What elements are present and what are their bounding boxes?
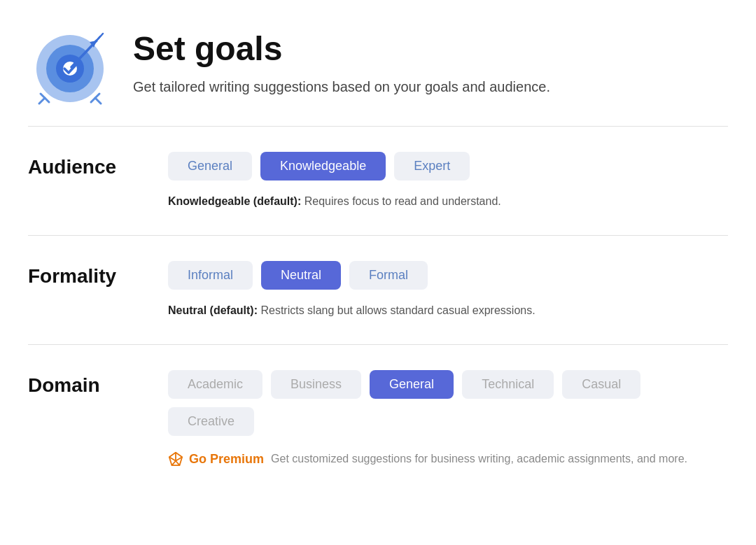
domain-casual-button[interactable]: Casual [562,370,640,399]
formality-informal-button[interactable]: Informal [168,261,253,290]
domain-button-group: Academic Business General Technical Casu… [168,370,728,436]
svg-line-10 [39,98,45,104]
premium-row: Go Premium Get customized suggestions fo… [168,451,728,467]
domain-label: Domain [28,370,140,397]
svg-line-15 [176,461,180,465]
audience-controls: General Knowledgeable Expert Knowledgeab… [168,152,501,210]
formality-description: Neutral (default): Restricts slang but a… [168,302,536,319]
formality-button-group: Informal Neutral Formal [168,261,536,290]
audience-label: Audience [28,152,140,178]
formality-neutral-button[interactable]: Neutral [261,261,341,290]
formality-desc-bold: Neutral (default): [168,304,258,316]
header-section: Set goals Get tailored writing suggestio… [28,21,728,127]
formality-row: Formality Informal Neutral Formal Neutra… [28,261,728,319]
domain-row: Domain Academic Business General Technic… [28,370,728,467]
audience-row: Audience General Knowledgeable Expert Kn… [28,152,728,210]
audience-desc-text: Requires focus to read and understand. [301,195,501,207]
domain-creative-button[interactable]: Creative [168,407,254,436]
target-icon [28,21,112,105]
page-container: Set goals Get tailored writing suggestio… [0,0,756,502]
page-description: Get tailored writing suggestions based o… [133,76,550,97]
audience-description: Knowledgeable (default): Requires focus … [168,193,501,210]
domain-technical-button[interactable]: Technical [462,370,554,399]
domain-section: Domain Academic Business General Technic… [28,345,728,481]
formality-formal-button[interactable]: Formal [349,261,428,290]
page-title: Set goals [133,29,550,68]
diamond-icon [168,451,183,467]
formality-desc-text: Restricts slang but allows standard casu… [258,304,536,316]
premium-description: Get customized suggestions for business … [271,453,687,465]
domain-academic-button[interactable]: Academic [168,370,262,399]
audience-expert-button[interactable]: Expert [394,152,470,181]
formality-section: Formality Informal Neutral Formal Neutra… [28,236,728,345]
svg-line-14 [172,461,176,465]
audience-desc-bold: Knowledgeable (default): [168,195,301,207]
header-text: Set goals Get tailored writing suggestio… [133,29,550,97]
audience-section: Audience General Knowledgeable Expert Kn… [28,127,728,236]
audience-general-button[interactable]: General [168,152,252,181]
domain-business-button[interactable]: Business [271,370,361,399]
domain-controls: Academic Business General Technical Casu… [168,370,728,467]
go-premium-link[interactable]: Go Premium [168,451,264,467]
formality-controls: Informal Neutral Formal Neutral (default… [168,261,536,319]
go-premium-label: Go Premium [189,452,264,467]
formality-label: Formality [28,261,140,288]
audience-knowledgeable-button[interactable]: Knowledgeable [260,152,386,181]
domain-general-button[interactable]: General [370,370,454,399]
svg-line-7 [98,34,103,39]
audience-button-group: General Knowledgeable Expert [168,152,501,181]
svg-line-11 [95,98,101,104]
